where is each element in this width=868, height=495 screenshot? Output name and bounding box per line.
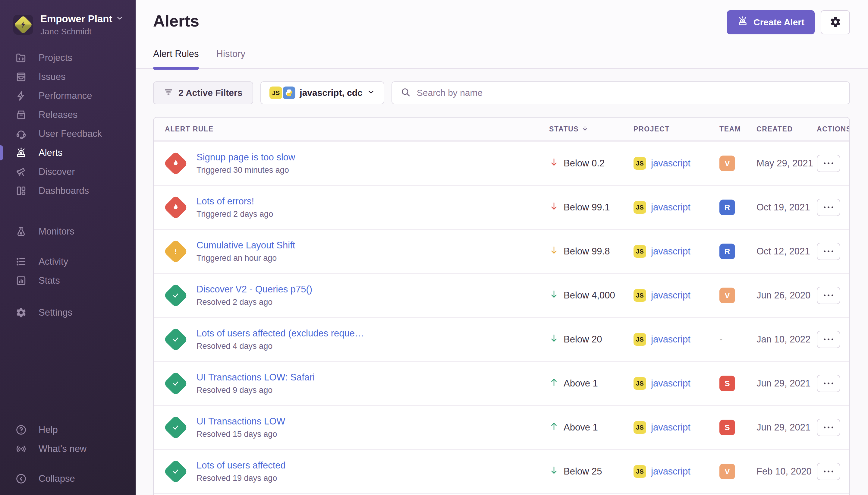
sidebar-item-label: Collapse: [39, 473, 75, 484]
help-icon: [15, 424, 27, 436]
sidebar-item-user-feedback[interactable]: User Feedback: [0, 124, 136, 143]
alert-rule-link[interactable]: Signup page is too slow: [196, 152, 295, 163]
project-link[interactable]: javascript: [651, 202, 691, 213]
status-cell: Above 1: [549, 377, 633, 390]
sidebar-item-activity[interactable]: Activity: [0, 252, 136, 271]
sidebar-item-settings[interactable]: Settings: [0, 303, 136, 322]
org-switcher[interactable]: Empower Plant Jane Schmidt: [0, 0, 136, 37]
sidebar-item-alerts[interactable]: Alerts: [0, 143, 136, 162]
sidebar-item-projects[interactable]: Projects: [0, 48, 136, 67]
created-date: Jun 29, 2021: [757, 422, 817, 433]
row-actions-button[interactable]: [817, 375, 840, 392]
active-filters-button[interactable]: 2 Active Filters: [153, 81, 253, 104]
filter-icon: [164, 87, 173, 99]
column-created[interactable]: CREATED: [757, 125, 817, 133]
row-actions-button[interactable]: [817, 243, 840, 260]
column-alert-rule[interactable]: ALERT RULE: [154, 125, 549, 133]
column-project[interactable]: PROJECT: [633, 125, 719, 133]
created-date: Jan 10, 2022: [757, 334, 817, 345]
table-row: Cumulative Layout Shift Triggered an hou…: [154, 229, 849, 273]
alert-resolved-icon: [163, 415, 188, 440]
sidebar-item-whats-new[interactable]: What's new: [0, 439, 136, 458]
tab-alert-rules[interactable]: Alert Rules: [153, 48, 199, 68]
project-link[interactable]: javascript: [651, 334, 691, 345]
javascript-platform-icon: JS: [633, 465, 646, 478]
alert-rule-link[interactable]: UI Transactions LOW: Safari: [196, 372, 315, 383]
row-actions-button[interactable]: [817, 331, 840, 348]
sidebar-item-dashboards[interactable]: Dashboards: [0, 181, 136, 200]
team-none: -: [719, 334, 723, 345]
sidebar-item-label: Monitors: [39, 226, 74, 237]
projects-icon: [15, 52, 27, 64]
chevron-down-icon: [116, 14, 124, 23]
table-row: Lots of errors! Triggered 2 days ago Bel…: [154, 185, 849, 229]
search-input[interactable]: [417, 88, 841, 98]
project-link[interactable]: javascript: [651, 158, 691, 169]
sidebar-item-discover[interactable]: Discover: [0, 162, 136, 181]
sort-arrow-icon: [581, 124, 589, 134]
project-selector[interactable]: JS javascript, cdc: [260, 81, 384, 104]
alert-resolved-icon: [163, 459, 188, 484]
status-cell: Below 20: [549, 334, 633, 345]
alert-rule-link[interactable]: Lots of users affected (excludes reque…: [196, 328, 364, 339]
sidebar-item-performance[interactable]: Performance: [0, 86, 136, 105]
table-row: UI Transactions LOW: Safari Resolved 9 d…: [154, 361, 849, 405]
alert-rule-link[interactable]: Lots of users affected: [196, 460, 286, 471]
tab-history[interactable]: History: [216, 48, 245, 68]
sidebar-item-label: Projects: [39, 52, 72, 63]
create-alert-label: Create Alert: [753, 17, 804, 28]
javascript-platform-icon: JS: [270, 86, 282, 99]
alert-rule-note: Resolved 2 days ago: [196, 297, 312, 307]
team-badge: V: [719, 464, 735, 479]
sidebar: Empower Plant Jane Schmidt Projects Issu…: [0, 0, 136, 495]
javascript-platform-icon: JS: [633, 157, 646, 170]
alert-rule-link[interactable]: Cumulative Layout Shift: [196, 240, 295, 251]
column-status[interactable]: STATUS: [549, 124, 633, 134]
project-link[interactable]: javascript: [651, 466, 691, 477]
python-platform-icon: [283, 86, 295, 99]
sidebar-item-label: What's new: [39, 443, 87, 454]
alert-settings-button[interactable]: [821, 10, 850, 34]
sidebar-item-label: Stats: [39, 275, 60, 286]
alert-rule-link[interactable]: Lots of errors!: [196, 196, 273, 207]
trend-down-icon: [549, 201, 559, 214]
project-link[interactable]: javascript: [651, 422, 691, 433]
status-cell: Below 99.8: [549, 245, 633, 257]
row-actions-button[interactable]: [817, 155, 840, 172]
sidebar-item-collapse[interactable]: Collapse: [0, 469, 136, 488]
javascript-platform-icon: JS: [633, 421, 646, 434]
row-actions-button[interactable]: [817, 463, 840, 480]
column-team[interactable]: TEAM: [719, 125, 757, 133]
create-alert-button[interactable]: Create Alert: [727, 10, 815, 34]
sidebar-item-issues[interactable]: Issues: [0, 67, 136, 86]
row-actions-button[interactable]: [817, 419, 840, 436]
project-link[interactable]: javascript: [651, 246, 691, 257]
sidebar-item-monitors[interactable]: Monitors: [0, 222, 136, 241]
sidebar-item-stats[interactable]: Stats: [0, 271, 136, 290]
trend-down-icon: [549, 289, 559, 302]
project-link[interactable]: javascript: [651, 378, 691, 389]
sidebar-item-releases[interactable]: Releases: [0, 105, 136, 124]
alert-rule-note: Triggered 30 minutes ago: [196, 166, 295, 175]
releases-icon: [15, 109, 27, 121]
project-cell: JS javascript: [633, 245, 719, 258]
sidebar-item-label: Discover: [39, 166, 75, 177]
active-filters-label: 2 Active Filters: [178, 88, 242, 98]
siren-icon: [15, 147, 27, 159]
row-actions-button[interactable]: [817, 199, 840, 216]
main-content: Alerts Create Alert Alert Rules History: [136, 0, 868, 495]
project-link[interactable]: javascript: [651, 290, 691, 301]
alert-rule-link[interactable]: Discover V2 - Queries p75(): [196, 284, 312, 295]
project-cell: JS javascript: [633, 201, 719, 214]
search-box: [392, 81, 850, 104]
alert-rule-link[interactable]: UI Transactions LOW: [196, 416, 285, 427]
sidebar-item-label: User Feedback: [39, 129, 102, 139]
row-actions-button[interactable]: [817, 287, 840, 304]
sidebar-item-help[interactable]: Help: [0, 420, 136, 439]
sidebar-item-label: Help: [39, 425, 58, 435]
team-badge: S: [719, 420, 735, 435]
status-cell: Above 1: [549, 422, 633, 433]
table-row-partial: [154, 493, 849, 495]
alert-critical-icon: [163, 151, 188, 176]
created-date: Oct 12, 2021: [757, 246, 817, 257]
